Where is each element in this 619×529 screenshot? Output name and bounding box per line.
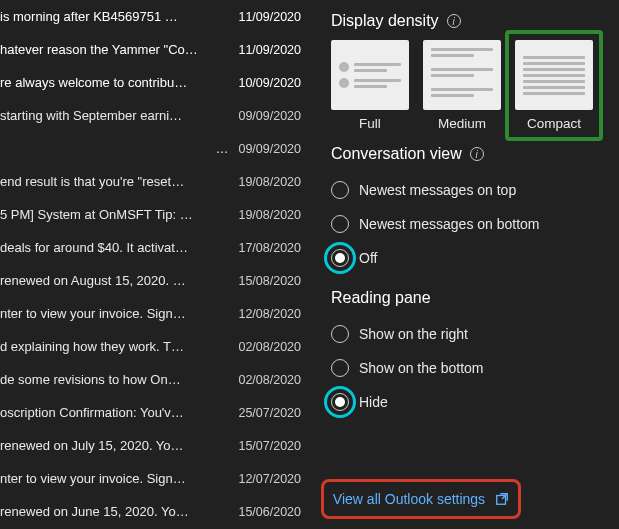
display-density-label: Display density xyxy=(331,12,439,30)
mail-subject: oscription Confirmation: You'v… xyxy=(0,405,228,420)
reading-pane-group: Show on the right Show on the bottom Hid… xyxy=(331,317,609,419)
mail-list[interactable]: is morning after KB4569751 …11/09/2020 h… xyxy=(0,0,311,529)
mail-subject: starting with September earni… xyxy=(0,108,228,123)
conv-off-label: Off xyxy=(359,250,377,266)
conv-newest-top[interactable]: Newest messages on top xyxy=(331,173,609,207)
mail-row[interactable]: hatever reason the Yammer "Co…11/09/2020 xyxy=(0,33,311,66)
conv-off[interactable]: Off xyxy=(331,241,609,275)
mail-row[interactable]: end result is that you're "reset…19/08/2… xyxy=(0,165,311,198)
density-full-swatch xyxy=(331,40,409,110)
mail-date: 09/09/2020 xyxy=(228,109,301,123)
mail-date: 15/07/2020 xyxy=(228,439,301,453)
mail-date: 19/08/2020 xyxy=(228,175,301,189)
reading-bottom-label: Show on the bottom xyxy=(359,360,484,376)
mail-date: 11/09/2020 xyxy=(228,43,301,57)
mail-subject: 5 PM] System at OnMSFT Tip: … xyxy=(0,207,228,222)
mail-date: 12/07/2020 xyxy=(228,472,301,486)
mail-subject: d explaining how they work. T… xyxy=(0,339,228,354)
mail-date: 17/08/2020 xyxy=(228,241,301,255)
mail-subject: renewed on August 15, 2020. … xyxy=(0,273,228,288)
mail-date: 09/09/2020 xyxy=(228,142,301,156)
mail-row[interactable]: re always welcome to contribu…10/09/2020 xyxy=(0,66,311,99)
density-full-label: Full xyxy=(359,116,381,131)
radio-icon xyxy=(331,181,349,199)
mail-row[interactable]: oscription Confirmation: You'v…25/07/202… xyxy=(0,396,311,429)
mail-subject: end result is that you're "reset… xyxy=(0,174,228,189)
info-icon[interactable]: i xyxy=(470,147,484,161)
mail-date: 02/08/2020 xyxy=(228,340,301,354)
mail-subject: nter to view your invoice. Sign… xyxy=(0,306,228,321)
density-medium-swatch xyxy=(423,40,501,110)
mail-subject: … xyxy=(0,141,228,156)
mail-row[interactable]: renewed on June 15, 2020. Yo…15/06/2020 xyxy=(0,495,311,528)
mail-row[interactable]: renewed on August 15, 2020. …15/08/2020 xyxy=(0,264,311,297)
quick-settings-panel: Display density i Full Medium Co xyxy=(311,0,619,529)
radio-icon xyxy=(331,393,349,411)
reading-pane-label: Reading pane xyxy=(331,289,431,307)
mail-row[interactable]: de some revisions to how On…02/08/2020 xyxy=(0,363,311,396)
density-full[interactable]: Full xyxy=(331,40,409,131)
conv-newest-top-label: Newest messages on top xyxy=(359,182,516,198)
mail-subject: is morning after KB4569751 … xyxy=(0,9,228,24)
mail-row[interactable]: deals for around $40. It activat…17/08/2… xyxy=(0,231,311,264)
conversation-view-title: Conversation view i xyxy=(331,145,609,163)
mail-subject: renewed on June 15, 2020. Yo… xyxy=(0,504,228,519)
radio-icon xyxy=(331,249,349,267)
reading-pane-title: Reading pane xyxy=(331,289,609,307)
mail-date: 02/08/2020 xyxy=(228,373,301,387)
mail-subject: re always welcome to contribu… xyxy=(0,75,228,90)
info-icon[interactable]: i xyxy=(447,14,461,28)
mail-row[interactable]: starting with September earni…09/09/2020 xyxy=(0,99,311,132)
display-density-title: Display density i xyxy=(331,12,609,30)
mail-date: 10/09/2020 xyxy=(228,76,301,90)
mail-row[interactable]: renewed on July 15, 2020. Yo…15/07/2020 xyxy=(0,429,311,462)
display-density-options: Full Medium Compact xyxy=(331,40,609,131)
reading-right[interactable]: Show on the right xyxy=(331,317,609,351)
mail-date: 15/08/2020 xyxy=(228,274,301,288)
mail-subject: nter to view your invoice. Sign… xyxy=(0,471,228,486)
mail-row[interactable]: is morning after KB4569751 …11/09/2020 xyxy=(0,0,311,33)
mail-date: 12/08/2020 xyxy=(228,307,301,321)
density-medium-label: Medium xyxy=(438,116,486,131)
mail-date: 25/07/2020 xyxy=(228,406,301,420)
density-medium[interactable]: Medium xyxy=(423,40,501,131)
conversation-view-label: Conversation view xyxy=(331,145,462,163)
mail-subject: renewed on July 15, 2020. Yo… xyxy=(0,438,228,453)
reading-hide-label: Hide xyxy=(359,394,388,410)
mail-row[interactable]: 5 PM] System at OnMSFT Tip: …19/08/2020 xyxy=(0,198,311,231)
mail-subject: deals for around $40. It activat… xyxy=(0,240,228,255)
view-all-label: View all Outlook settings xyxy=(333,491,485,507)
popout-icon xyxy=(495,492,509,506)
mail-date: 11/09/2020 xyxy=(228,10,301,24)
reading-hide[interactable]: Hide xyxy=(331,385,609,419)
conv-newest-bottom-label: Newest messages on bottom xyxy=(359,216,540,232)
view-all-outlook-settings[interactable]: View all Outlook settings xyxy=(321,479,521,519)
mail-date: 15/06/2020 xyxy=(228,505,301,519)
conversation-view-group: Newest messages on top Newest messages o… xyxy=(331,173,609,275)
radio-icon xyxy=(331,359,349,377)
density-compact-swatch xyxy=(515,40,593,110)
mail-row[interactable]: d explaining how they work. T…02/08/2020 xyxy=(0,330,311,363)
reading-bottom[interactable]: Show on the bottom xyxy=(331,351,609,385)
mail-subject: de some revisions to how On… xyxy=(0,372,228,387)
density-compact[interactable]: Compact xyxy=(515,40,593,131)
radio-icon xyxy=(331,325,349,343)
density-compact-label: Compact xyxy=(527,116,581,131)
mail-row[interactable]: …09/09/2020 xyxy=(0,132,311,165)
mail-date: 19/08/2020 xyxy=(228,208,301,222)
radio-icon xyxy=(331,215,349,233)
mail-row[interactable]: nter to view your invoice. Sign…12/07/20… xyxy=(0,462,311,495)
reading-right-label: Show on the right xyxy=(359,326,468,342)
mail-row[interactable]: nter to view your invoice. Sign…12/08/20… xyxy=(0,297,311,330)
conv-newest-bottom[interactable]: Newest messages on bottom xyxy=(331,207,609,241)
mail-subject: hatever reason the Yammer "Co… xyxy=(0,42,228,57)
